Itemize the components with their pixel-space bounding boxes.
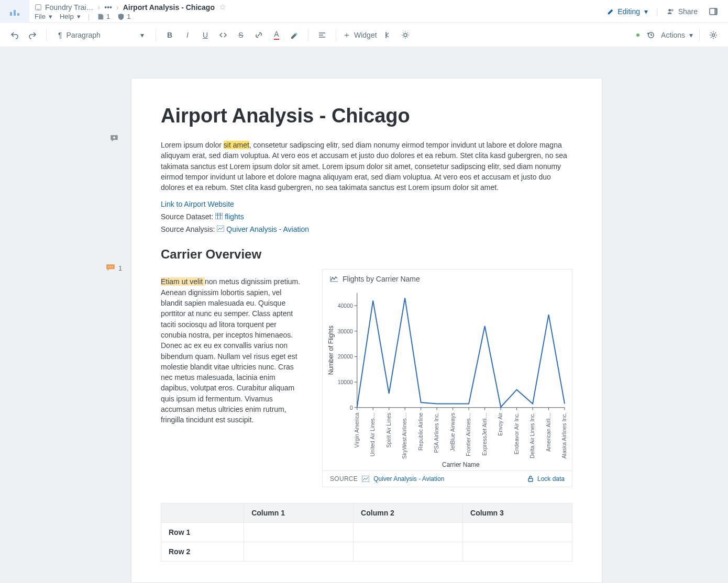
table-col-header[interactable]: Column 2	[354, 503, 463, 523]
lock-data-button[interactable]: Lock data	[527, 475, 565, 483]
block-style-dropdown[interactable]: ¶Paragraph ▾	[53, 27, 149, 43]
italic-button[interactable]: I	[180, 28, 195, 42]
undo-button[interactable]	[7, 28, 22, 42]
svg-text:Frontier Airlines…: Frontier Airlines…	[466, 413, 471, 456]
table-cell[interactable]	[354, 542, 463, 562]
table-col-header[interactable]: Column 3	[463, 503, 572, 523]
insert-cursor-button[interactable]	[380, 28, 395, 42]
table-cell[interactable]	[244, 542, 354, 562]
chevron-down-icon: ▾	[140, 31, 144, 39]
app-header: Foundry Trai… › ••• › Airport Analysis -…	[0, 0, 728, 23]
text-color-button[interactable]: A	[269, 28, 284, 42]
sparkle-gear-icon	[401, 31, 410, 39]
chart-title: Flights by Carrier Name	[343, 275, 420, 283]
svg-text:Delta Air Lines Inc.: Delta Air Lines Inc.	[530, 413, 535, 458]
chart-line-icon	[330, 275, 338, 283]
svg-text:ExpressJet Airli…: ExpressJet Airli…	[482, 413, 488, 456]
doc-h1[interactable]: Airport Analysis - Chicago	[161, 105, 572, 127]
gear-icon	[709, 31, 718, 39]
table-cell[interactable]	[463, 523, 572, 542]
table-row-header: Row 2	[161, 542, 244, 562]
svg-text:SkyWest Airlines…: SkyWest Airlines…	[402, 413, 407, 459]
help-menu[interactable]: Help▾	[60, 13, 81, 20]
analysis-icon	[362, 476, 369, 482]
secure-indicator[interactable]: 1	[117, 13, 130, 20]
star-icon[interactable]	[219, 4, 226, 11]
airport-website-link[interactable]: Link to Airport Website	[161, 200, 234, 208]
editing-mode-button[interactable]: Editing ▾	[607, 7, 648, 16]
highlight-icon	[290, 31, 299, 39]
auto-widget-button[interactable]	[398, 28, 413, 42]
sidebar-toggle[interactable]	[706, 4, 721, 19]
app-logo[interactable]	[0, 0, 29, 23]
history-button[interactable]	[643, 28, 658, 42]
chart-source-link[interactable]: Quiver Analysis - Aviation	[373, 475, 444, 483]
document-page: Airport Analysis - Chicago Lorem ipsum d…	[131, 79, 602, 582]
svg-point-5	[668, 9, 671, 12]
svg-point-6	[671, 9, 674, 12]
share-button[interactable]: Share	[667, 7, 698, 16]
code-button[interactable]	[216, 28, 230, 42]
document-canvas: 1 Airport Analysis - Chicago Lorem ipsum…	[0, 47, 728, 583]
svg-text:American Airli…: American Airli…	[546, 413, 551, 452]
breadcrumb-more[interactable]: •••	[104, 3, 112, 12]
table-row-header: Row 1	[161, 523, 244, 542]
chevron-right-icon: ›	[98, 3, 101, 12]
carrier-paragraph[interactable]: Etiam ut velit non metus dignissim preti…	[161, 276, 303, 425]
breadcrumb-title[interactable]: Airport Analysis - Chicago	[123, 3, 215, 12]
data-table[interactable]: Column 1Column 2Column 3 Row 1Row 2	[161, 503, 572, 562]
doc-h2[interactable]: Carrier Overview	[161, 247, 572, 262]
highlight-button[interactable]	[287, 28, 302, 42]
comment-indicator[interactable]: 1	[106, 264, 122, 272]
chart-widget[interactable]: Flights by Carrier Name 0100002000030000…	[322, 269, 572, 487]
shield-icon	[117, 13, 125, 20]
source-analysis-link[interactable]: Quiver Analysis - Aviation	[226, 225, 309, 233]
comment-icon	[106, 264, 115, 272]
underline-button[interactable]: U	[198, 28, 213, 42]
status-dot	[636, 33, 640, 37]
svg-text:0: 0	[350, 405, 353, 411]
chart-header: Flights by Carrier Name	[323, 270, 572, 287]
svg-text:Endeavor Air Inc.: Endeavor Air Inc.	[514, 413, 520, 454]
table-row[interactable]: Row 1	[161, 523, 572, 542]
add-comment-gutter[interactable]	[109, 134, 119, 145]
strike-button[interactable]: S	[234, 28, 248, 42]
table-cell[interactable]	[244, 523, 354, 542]
svg-text:Number of Flights: Number of Flights	[327, 326, 335, 375]
svg-text:Virgin America: Virgin America	[354, 413, 360, 448]
history-icon	[646, 31, 655, 39]
bold-button[interactable]: B	[162, 28, 177, 42]
svg-point-15	[112, 266, 113, 267]
svg-point-10	[636, 33, 639, 37]
table-cell[interactable]	[354, 523, 463, 542]
table-corner	[161, 503, 244, 523]
insert-widget-button[interactable]: ＋Widget	[343, 31, 377, 39]
pencil-icon	[607, 8, 614, 15]
settings-button[interactable]	[706, 28, 721, 42]
save-indicator[interactable]: 1	[97, 13, 110, 20]
formatting-toolbar: ¶Paragraph ▾ B I U S A ＋Widget Actions▾	[0, 23, 728, 47]
chart-source-label: SOURCE	[330, 475, 358, 483]
svg-text:JetBlue Airways: JetBlue Airways	[450, 413, 456, 452]
svg-text:Envoy Air: Envoy Air	[498, 413, 503, 436]
align-left-icon	[318, 31, 326, 39]
panel-icon	[709, 7, 718, 16]
dataset-icon	[215, 213, 223, 219]
table-row[interactable]: Row 2	[161, 542, 572, 562]
align-button[interactable]	[315, 28, 329, 42]
link-button[interactable]	[251, 28, 266, 42]
comment-highlight: Etiam ut velit	[161, 277, 205, 286]
file-menu[interactable]: File▾	[35, 13, 52, 20]
intro-paragraph[interactable]: Lorem ipsum dolor sit amet, consetetur s…	[161, 140, 572, 193]
breadcrumb-project[interactable]: Foundry Trai…	[35, 3, 94, 12]
pilcrow-icon: ¶	[58, 31, 62, 39]
table-col-header[interactable]: Column 1	[244, 503, 354, 523]
redo-button[interactable]	[25, 28, 40, 42]
document-icon	[35, 4, 42, 11]
logo-bars-icon	[8, 5, 21, 18]
table-cell[interactable]	[463, 542, 572, 562]
floppy-icon	[97, 13, 104, 20]
actions-dropdown[interactable]: Actions▾	[661, 31, 693, 39]
source-dataset-link[interactable]: flights	[225, 212, 244, 221]
cursor-right-icon	[384, 31, 391, 39]
